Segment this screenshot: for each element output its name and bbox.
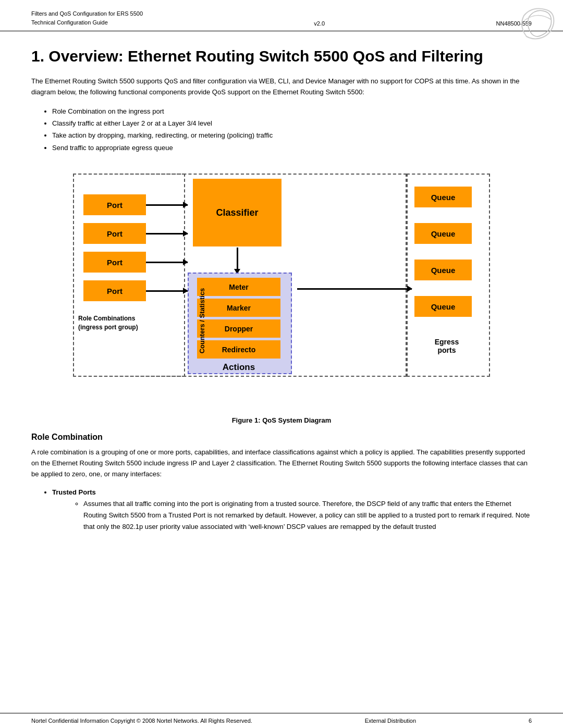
header-version: v2.0 (314, 20, 325, 27)
arrow-actions-queues (297, 288, 412, 290)
port-box-1: Port (83, 194, 146, 215)
main-content: 1. Overview: Ethernet Routing Switch 550… (0, 31, 563, 543)
queue-box-4: Queue (414, 296, 472, 317)
arrow-port3-classifier (146, 262, 188, 263)
page: Filters and QoS Configuration for ERS 55… (0, 0, 563, 728)
dropper-box: Dropper (197, 319, 280, 338)
queue-box-3: Queue (414, 260, 472, 280)
trusted-ports-sub-list: Assumes that all traffic coming into the… (83, 498, 532, 533)
page-footer: Nortel Confidential Information Copyrigh… (0, 713, 563, 728)
header-left: Filters and QoS Configuration for ERS 55… (31, 9, 143, 27)
header-line1: Filters and QoS Configuration for ERS 55… (31, 9, 143, 18)
qos-diagram: Port Port Port Port Role Combinations (i… (68, 163, 495, 413)
figure-caption: Figure 1: QoS System Diagram (31, 416, 532, 424)
footer-page-number: 6 (529, 718, 532, 724)
trusted-ports-label: Trusted Ports (52, 488, 96, 496)
footer-center: External Distribution (252, 718, 529, 724)
header-line2: Technical Configuration Guide (31, 18, 143, 27)
logo-area (516, 5, 558, 42)
port-box-3: Port (83, 252, 146, 273)
classifier-box: Classifier (193, 179, 282, 246)
nortel-logo-icon (516, 5, 558, 42)
trusted-ports-sub-item: Assumes that all traffic coming into the… (83, 498, 532, 533)
marker-box: Marker (197, 299, 280, 317)
diagram-container: Port Port Port Port Role Combinations (i… (31, 163, 532, 413)
arrow-classifier-actions (237, 248, 238, 274)
role-combination-heading: Role Combination (31, 433, 532, 442)
footer-left: Nortel Confidential Information Copyrigh… (31, 718, 252, 724)
egress-label: Egressports (418, 338, 475, 354)
port-box-2: Port (83, 223, 146, 244)
trusted-ports-list: Trusted Ports Assumes that all traffic c… (52, 486, 532, 533)
page-title: 1. Overview: Ethernet Routing Switch 550… (31, 47, 532, 66)
arrow-port2-classifier (146, 233, 188, 235)
port-box-4: Port (83, 280, 146, 301)
arrow-port4-classifier (146, 290, 188, 292)
list-item: Send traffic to appropriate egress queue (52, 142, 532, 154)
counters-label: Counters / Statistics (198, 288, 206, 354)
list-item: Role Combination on the ingress port (52, 105, 532, 117)
intro-paragraph: The Ethernet Routing Switch 5500 support… (31, 76, 532, 98)
role-combinations-label: Role Combinations (ingress port group) (78, 314, 138, 332)
list-item: Take action by dropping, marking, redire… (52, 129, 532, 141)
arrow-port1-classifier (146, 204, 188, 206)
page-header: Filters and QoS Configuration for ERS 55… (0, 0, 563, 31)
redirector-box: Redirecto (197, 340, 280, 359)
role-combination-text: A role combination is a grouping of one … (31, 447, 532, 479)
trusted-ports-item: Trusted Ports Assumes that all traffic c… (52, 486, 532, 533)
feature-list: Role Combination on the ingress port Cla… (52, 105, 532, 154)
actions-label: Actions (197, 362, 280, 373)
meter-box: Meter (197, 278, 280, 296)
list-item: Classify traffic at either Layer 2 or at… (52, 117, 532, 129)
queue-box-1: Queue (414, 187, 472, 207)
queue-box-2: Queue (414, 223, 472, 244)
